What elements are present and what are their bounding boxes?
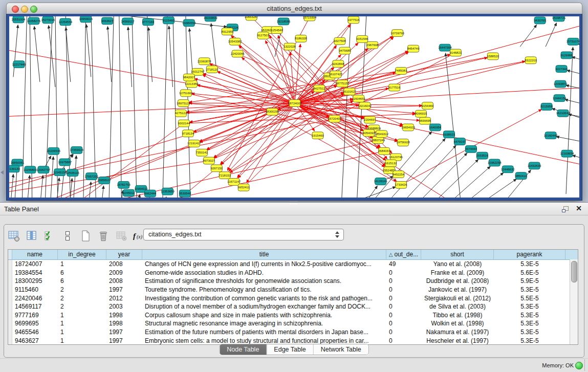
graph-node[interactable]: 10962258 bbox=[488, 159, 502, 166]
graph-edge[interactable] bbox=[336, 187, 396, 198]
graph-node[interactable]: 9842007 bbox=[183, 74, 195, 81]
graph-node[interactable]: 15723304 bbox=[303, 16, 317, 21]
graph-node[interactable]: 9475685 bbox=[339, 47, 351, 54]
graph-edge[interactable] bbox=[189, 71, 401, 102]
graph-node[interactable]: 12505115 bbox=[66, 169, 80, 177]
graph-node[interactable]: 9129966 bbox=[560, 52, 573, 59]
graph-node[interactable]: 7218153 bbox=[219, 172, 231, 179]
graph-edge[interactable] bbox=[109, 16, 114, 198]
graph-node[interactable]: 14569117 bbox=[121, 18, 135, 25]
graph-edge[interactable] bbox=[128, 27, 132, 87]
graph-edge[interactable] bbox=[446, 53, 462, 198]
graph-node[interactable]: 17359924 bbox=[70, 146, 83, 154]
graph-node[interactable]: 9463627 bbox=[101, 17, 113, 25]
graph-node[interactable]: 17957255 bbox=[84, 173, 98, 180]
graph-edge[interactable] bbox=[89, 182, 91, 198]
graph-node[interactable]: 8186328 bbox=[295, 35, 307, 42]
tab-edge-table[interactable]: Edge Table bbox=[266, 344, 313, 355]
graph-edge[interactable] bbox=[162, 16, 167, 198]
graph-node[interactable]: 10543382 bbox=[228, 38, 242, 45]
graph-edge[interactable] bbox=[50, 157, 53, 198]
graph-node[interactable]: 9474444 bbox=[465, 145, 477, 152]
graph-node[interactable]: 10975887 bbox=[58, 159, 72, 166]
graph-node[interactable]: 8912955 bbox=[222, 28, 234, 35]
graph-edge[interactable] bbox=[295, 87, 579, 103]
graph-node[interactable]: 9777169 bbox=[142, 18, 155, 26]
graph-node[interactable]: 9227343 bbox=[555, 65, 568, 73]
graph-node[interactable]: 15273016 bbox=[41, 16, 55, 24]
graph-edge[interactable] bbox=[573, 155, 579, 163]
graph-edge[interactable] bbox=[565, 99, 579, 107]
graph-node[interactable]: 9530546 bbox=[179, 190, 191, 197]
graph-node[interactable]: 10653287 bbox=[245, 16, 258, 20]
graph-node[interactable]: 12103654 bbox=[560, 150, 574, 157]
graph-node[interactable]: 16033809 bbox=[204, 16, 217, 21]
graph-edge[interactable] bbox=[10, 174, 13, 198]
graph-node[interactable]: 9327508 bbox=[334, 37, 346, 45]
panel-collapse-arrow-icon[interactable] bbox=[1, 170, 4, 174]
graph-edge[interactable] bbox=[14, 168, 17, 198]
new-table-icon[interactable] bbox=[79, 229, 92, 243]
table-panel-header[interactable]: Table Panel ✕ bbox=[0, 202, 588, 215]
graph-node[interactable]: 15098721 bbox=[552, 16, 566, 21]
table-row[interactable]: 1830029562008Estimation of significance … bbox=[8, 277, 578, 286]
graph-node[interactable]: 6479197 bbox=[454, 138, 466, 145]
graph-node[interactable]: 8962444 bbox=[144, 190, 157, 197]
graph-node[interactable]: 7485083 bbox=[395, 68, 407, 75]
graph-node[interactable]: 11432639 bbox=[528, 162, 541, 169]
graph-node[interactable]: 11604651 bbox=[352, 95, 366, 102]
graph-edge[interactable] bbox=[443, 166, 490, 198]
split-pane-handle[interactable] bbox=[290, 201, 298, 204]
graph-node[interactable]: 18300295 bbox=[266, 108, 279, 115]
graph-node[interactable]: 12254554 bbox=[59, 18, 73, 26]
column-header-title[interactable]: title bbox=[142, 250, 386, 259]
table-row[interactable]: 977716911998Corpus callosum shape and si… bbox=[8, 311, 578, 320]
table-row[interactable]: 946554611997Estimation of the future num… bbox=[8, 328, 578, 337]
graph-node[interactable]: 12444154 bbox=[553, 95, 567, 102]
graph-node[interactable]: 9267150 bbox=[211, 165, 223, 172]
window-titlebar[interactable]: citations_edges.txt bbox=[6, 3, 582, 15]
graph-edge[interactable] bbox=[107, 27, 111, 82]
graph-node[interactable]: 9850410 bbox=[515, 172, 528, 180]
graph-node[interactable]: 2204697 bbox=[364, 116, 376, 123]
graph-node[interactable]: 18549312 bbox=[375, 130, 388, 138]
graph-node[interactable]: 19756928 bbox=[396, 139, 410, 146]
graph-node[interactable]: 9127503 bbox=[257, 32, 269, 39]
graph-node[interactable]: 9718134 bbox=[182, 130, 194, 137]
graph-edge[interactable] bbox=[49, 26, 55, 87]
table-row[interactable]: 969969511998Structural magnetic resonanc… bbox=[8, 319, 578, 328]
graph-node[interactable]: 9430765 bbox=[534, 17, 547, 24]
graph-node[interactable]: 4275122 bbox=[175, 110, 187, 117]
graph-edge[interactable] bbox=[148, 28, 152, 82]
graph-node[interactable]: 9242848 bbox=[332, 60, 344, 68]
graph-node[interactable]: 12217449 bbox=[12, 61, 26, 68]
graph-node[interactable]: 9139133 bbox=[9, 165, 20, 172]
graph-node[interactable]: 1615132 bbox=[385, 160, 397, 167]
graph-edge[interactable] bbox=[27, 176, 30, 198]
graph-edge[interactable] bbox=[83, 16, 86, 198]
graph-node[interactable]: 8427512 bbox=[313, 85, 325, 92]
graph-edge[interactable] bbox=[459, 173, 503, 198]
graph-edge[interactable] bbox=[225, 52, 408, 175]
graph-edge[interactable] bbox=[295, 57, 488, 103]
graph-node[interactable]: 9245012 bbox=[123, 189, 135, 196]
graph-node[interactable]: 18975123 bbox=[177, 100, 190, 107]
table-row[interactable]: 1938455462009Genome-wide association stu… bbox=[8, 269, 578, 277]
graph-node[interactable]: 22420046 bbox=[231, 50, 245, 57]
graph-node[interactable]: 1588520 bbox=[487, 53, 499, 60]
graph-edge[interactable] bbox=[572, 57, 579, 64]
graph-node[interactable]: 2718120 bbox=[206, 66, 219, 73]
graph-edge[interactable] bbox=[101, 186, 104, 198]
graph-node[interactable]: 16107427 bbox=[329, 71, 343, 78]
graph-node[interactable]: 1733426 bbox=[395, 181, 407, 188]
graph-node[interactable]: 1322028 bbox=[284, 43, 296, 50]
graph-edge[interactable] bbox=[362, 186, 378, 198]
graph-node[interactable]: 20206536 bbox=[47, 147, 61, 155]
graph-node[interactable]: 9699695 bbox=[419, 117, 431, 124]
table-row[interactable]: 2242004622012Investigating the contribut… bbox=[8, 294, 578, 302]
graph-edge[interactable] bbox=[119, 16, 122, 198]
graph-edge[interactable] bbox=[184, 114, 415, 123]
graph-node[interactable]: 14136141 bbox=[374, 178, 387, 185]
graph-node[interactable]: 9151546 bbox=[356, 35, 368, 42]
graph-node[interactable]: 15751074 bbox=[567, 38, 579, 45]
